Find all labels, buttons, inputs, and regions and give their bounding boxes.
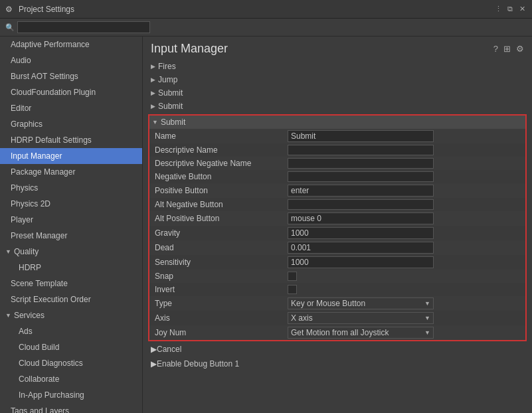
prop-label-positive-button: Positive Button	[155, 186, 288, 195]
prop-row-type: Type Key or Mouse Button Mouse Movement …	[149, 296, 525, 311]
sidebar-item-player[interactable]: Player	[0, 212, 142, 228]
im-item-enable-debug-btn[interactable]: ▶ Enable Debug Button 1	[148, 357, 527, 371]
sidebar-item-package-manager[interactable]: Package Manager	[0, 164, 142, 180]
im-item-cancel[interactable]: ▶ Cancel	[148, 343, 527, 356]
sidebar-item-ads[interactable]: Ads	[0, 323, 142, 339]
help-icon[interactable]: ?	[493, 44, 498, 54]
prop-input-sensitivity[interactable]	[288, 256, 434, 268]
title-bar: ⚙ Project Settings ⋮ ⧉ ✕	[0, 0, 532, 19]
prop-row-name: Name	[149, 129, 525, 143]
sidebar-item-script-execution[interactable]: Script Execution Order	[0, 291, 142, 307]
prop-row-alt-positive-button: Alt Positive Button	[149, 211, 525, 226]
sidebar-item-cloud-build[interactable]: Cloud Build	[0, 339, 142, 355]
content-area: Input Manager ? ⊞ ⚙ ▶ Fires ▶ Jump ▶ Sub…	[143, 37, 532, 413]
im-item-submit1-label: Submit	[158, 88, 183, 98]
prop-input-gravity[interactable]	[288, 227, 434, 239]
im-item-fires[interactable]: ▶ Fires	[148, 60, 527, 73]
sidebar-item-physics-2d[interactable]: Physics 2D	[0, 196, 142, 212]
prop-input-dead[interactable]	[288, 242, 434, 254]
prop-select-joy-num[interactable]: Get Motion from all Joystick Joystick 1 …	[291, 328, 424, 337]
prop-input-alt-positive-button[interactable]	[288, 212, 434, 224]
prop-label-axis: Axis	[155, 313, 288, 323]
sidebar-item-audio[interactable]: Audio	[0, 52, 142, 68]
prop-input-negative-button[interactable]	[288, 171, 434, 182]
prop-select-type[interactable]: Key or Mouse Button Mouse Movement Joyst…	[291, 299, 424, 308]
app-icon: ⚙	[5, 5, 15, 14]
prop-row-descriptive-negative-name: Descriptive Negative Name	[149, 157, 525, 170]
prop-value-dead	[288, 242, 520, 254]
dropdown-arrow-joy-num: ▼	[424, 329, 430, 336]
prop-label-descriptive-negative-name: Descriptive Negative Name	[155, 159, 288, 168]
prop-input-descriptive-negative-name[interactable]	[288, 158, 434, 169]
sidebar-item-cloudfoundation[interactable]: CloudFoundation Plugin	[0, 84, 142, 100]
im-item-jump[interactable]: ▶ Jump	[148, 73, 527, 86]
window-title: Project Settings	[19, 5, 493, 14]
im-section-submit-header[interactable]: ▼ Submit	[149, 116, 525, 129]
sidebar-group-services[interactable]: ▼ Services	[0, 307, 142, 323]
services-expand-arrow: ▼	[5, 309, 11, 321]
layout-icon[interactable]: ⊞	[503, 44, 511, 54]
prop-row-negative-button: Negative Button	[149, 170, 525, 183]
im-section-submit-label: Submit	[161, 118, 185, 127]
sidebar-item-collaborate[interactable]: Collaborate	[0, 371, 142, 387]
prop-row-dead: Dead	[149, 240, 525, 255]
sidebar-item-services-label: Services	[14, 309, 44, 321]
sidebar-item-hdrp-sub[interactable]: HDRP	[0, 260, 142, 276]
dropdown-arrow-type: ▼	[424, 300, 430, 307]
prop-value-invert	[288, 285, 520, 294]
maximize-btn[interactable]: ⧉	[505, 5, 515, 14]
im-item-jump-label: Jump	[158, 75, 177, 84]
prop-row-sensitivity: Sensitivity	[149, 255, 525, 270]
cancel-arrow: ▶	[151, 345, 157, 354]
search-input[interactable]	[17, 21, 150, 33]
settings-icon[interactable]: ⚙	[516, 44, 524, 54]
enable-debug-arrow: ▶	[151, 359, 157, 369]
prop-label-invert: Invert	[155, 285, 288, 294]
sidebar-item-hdrp-default[interactable]: HDRP Default Settings	[0, 132, 142, 148]
prop-row-alt-negative-button: Alt Negative Button	[149, 198, 525, 211]
sidebar-item-in-app-purchasing[interactable]: In-App Purchasing	[0, 387, 142, 403]
submit-expanded-arrow: ▼	[152, 119, 158, 125]
prop-row-invert: Invert	[149, 283, 525, 296]
sidebar-item-scene-template[interactable]: Scene Template	[0, 276, 142, 291]
sidebar-item-cloud-diagnostics[interactable]: Cloud Diagnostics	[0, 355, 142, 371]
prop-input-name[interactable]	[288, 130, 434, 142]
sidebar-item-preset-manager[interactable]: Preset Manager	[0, 228, 142, 244]
sidebar-item-physics[interactable]: Physics	[0, 180, 142, 196]
sidebar-group-quality[interactable]: ▼ Quality	[0, 244, 142, 260]
prop-input-descriptive-name[interactable]	[288, 145, 434, 155]
prop-value-negative-button	[288, 171, 520, 182]
prop-label-type: Type	[155, 299, 288, 308]
prop-label-dead: Dead	[155, 243, 288, 252]
prop-select-axis[interactable]: X axis Y axis 3rd axis	[291, 313, 424, 323]
prop-row-positive-button: Positive Button	[149, 183, 525, 198]
sidebar-item-editor[interactable]: Editor	[0, 100, 142, 116]
prop-label-alt-positive-button: Alt Positive Button	[155, 214, 288, 223]
prop-value-name	[288, 130, 520, 142]
prop-checkbox-snap[interactable]	[288, 272, 297, 281]
sidebar-item-graphics[interactable]: Graphics	[0, 116, 142, 132]
prop-dropdown-type[interactable]: Key or Mouse Button Mouse Movement Joyst…	[288, 297, 434, 309]
prop-row-gravity: Gravity	[149, 226, 525, 240]
prop-dropdown-axis[interactable]: X axis Y axis 3rd axis ▼	[288, 312, 434, 324]
prop-value-axis: X axis Y axis 3rd axis ▼	[288, 312, 520, 324]
prop-checkbox-invert[interactable]	[288, 285, 297, 294]
prop-dropdown-joy-num[interactable]: Get Motion from all Joystick Joystick 1 …	[288, 327, 434, 339]
search-bar: 🔍	[0, 19, 532, 37]
prop-label-descriptive-name: Descriptive Name	[155, 145, 288, 155]
im-item-submit2[interactable]: ▶ Submit	[148, 100, 527, 113]
prop-value-positive-button	[288, 185, 520, 197]
close-btn[interactable]: ✕	[517, 5, 527, 14]
content-header: Input Manager ? ⊞ ⚙	[143, 37, 532, 60]
sidebar-item-input-manager[interactable]: Input Manager	[0, 148, 142, 164]
im-section-submit-expanded: ▼ Submit Name Descriptive Name	[148, 114, 527, 341]
im-item-cancel-label: Cancel	[157, 345, 181, 354]
im-item-submit1[interactable]: ▶ Submit	[148, 86, 527, 100]
sidebar-item-tags-and-layers[interactable]: Tags and Layers	[0, 403, 142, 413]
sidebar-item-burst-aot[interactable]: Burst AOT Settings	[0, 68, 142, 84]
sidebar-item-adaptive-performance[interactable]: Adaptive Performance	[0, 37, 142, 52]
prop-input-positive-button[interactable]	[288, 185, 434, 197]
more-options-btn[interactable]: ⋮	[493, 5, 503, 14]
prop-value-joy-num: Get Motion from all Joystick Joystick 1 …	[288, 327, 520, 339]
prop-input-alt-negative-button[interactable]	[288, 199, 434, 210]
